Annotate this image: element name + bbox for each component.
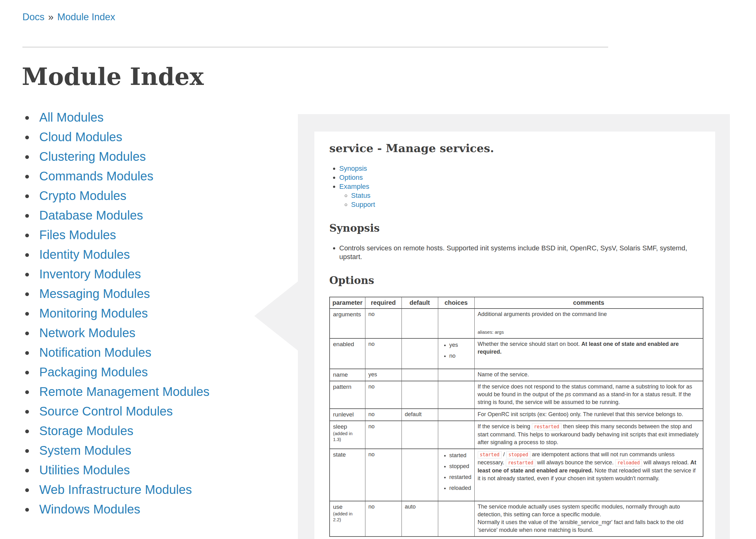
module-list-item: Network Modules	[35, 326, 210, 340]
module-link[interactable]: Crypto Modules	[39, 189, 126, 202]
column-header-required: required	[365, 297, 402, 309]
cell-comments: Whether the service should start on boot…	[474, 339, 703, 369]
module-list-item: Messaging Modules	[35, 287, 210, 300]
table-row: patternnoIf the service does not respond…	[330, 381, 703, 409]
module-link[interactable]: Identity Modules	[39, 248, 130, 261]
cell-required: no	[365, 339, 402, 369]
cell-default	[402, 339, 438, 369]
cell-parameter: arguments	[330, 309, 365, 339]
options-table-body: argumentsnoAdditional arguments provided…	[330, 309, 703, 537]
cell-default	[402, 421, 438, 449]
table-row: enablednoyesnoWhether the service should…	[330, 339, 703, 369]
toc-sublink[interactable]: Status	[351, 192, 370, 199]
module-index-page: Docs»Module Index Module Index All Modul…	[0, 0, 756, 539]
cell-choices	[438, 421, 474, 449]
module-link[interactable]: Remote Management Modules	[39, 385, 210, 398]
cell-comments: For OpenRC init scripts (ex: Gentoo) onl…	[474, 409, 703, 421]
module-link[interactable]: Cloud Modules	[39, 130, 122, 144]
module-link[interactable]: Network Modules	[39, 326, 136, 340]
module-link[interactable]: Database Modules	[39, 208, 143, 222]
module-list-item: Files Modules	[35, 228, 210, 242]
module-link[interactable]: Commands Modules	[39, 169, 153, 183]
cell-default: auto	[402, 501, 438, 537]
cell-comments: Additional arguments provided on the com…	[474, 309, 703, 339]
breadcrumb-current-link[interactable]: Module Index	[57, 12, 115, 22]
cell-choices	[438, 309, 474, 339]
module-list-item: Cloud Modules	[35, 130, 210, 144]
options-table-head: parameterrequireddefaultchoicescomments	[330, 297, 703, 309]
module-tooltip-content: service - Manage services. SynopsisOptio…	[314, 131, 715, 539]
module-list-item: Inventory Modules	[35, 268, 210, 281]
module-link[interactable]: Web Infrastructure Modules	[39, 483, 192, 497]
module-list-item: Database Modules	[35, 209, 210, 222]
column-header-default: default	[402, 297, 438, 309]
module-list-item: Monitoring Modules	[35, 307, 210, 320]
module-link[interactable]: Source Control Modules	[39, 404, 173, 418]
cell-parameter: sleep(added in 1.3)	[330, 421, 365, 449]
module-list-item: Commands Modules	[35, 170, 210, 183]
cell-required: no	[365, 309, 402, 339]
cell-parameter: enabled	[330, 339, 365, 369]
cell-default	[402, 381, 438, 409]
module-link[interactable]: Utilities Modules	[39, 463, 130, 477]
module-list-item: Crypto Modules	[35, 189, 210, 202]
toc-item: Options	[339, 173, 704, 182]
cell-parameter: pattern	[330, 381, 365, 409]
cell-required: no	[365, 501, 402, 537]
page-title: Module Index	[22, 64, 204, 90]
toc-sublink[interactable]: Support	[351, 200, 375, 208]
breadcrumb-docs-link[interactable]: Docs	[22, 12, 45, 22]
cell-parameter: name	[330, 369, 365, 381]
cell-choices: yesno	[438, 339, 474, 369]
cell-required: yes	[365, 369, 402, 381]
table-row: argumentsnoAdditional arguments provided…	[330, 309, 703, 339]
toc-subitem: Support	[351, 200, 704, 209]
module-link[interactable]: Windows Modules	[39, 502, 141, 516]
module-link[interactable]: Storage Modules	[39, 424, 133, 438]
module-link[interactable]: System Modules	[39, 443, 131, 457]
synopsis-list: Controls services on remote hosts. Suppo…	[329, 244, 704, 261]
cell-choices	[438, 409, 474, 421]
cell-parameter: runlevel	[330, 409, 365, 421]
synopsis-heading: Synopsis	[329, 222, 704, 235]
options-table: parameterrequireddefaultchoicescomments …	[329, 297, 704, 537]
module-link[interactable]: Inventory Modules	[39, 267, 141, 281]
module-link[interactable]: Notification Modules	[39, 346, 151, 359]
column-header-comments: comments	[474, 297, 703, 309]
cell-comments: started / stopped are idempotent actions…	[474, 449, 703, 501]
cell-default	[402, 369, 438, 381]
toc-item: Synopsis	[339, 164, 704, 173]
toc-link[interactable]: Synopsis	[339, 165, 367, 172]
table-row: nameyesName of the service.	[330, 369, 703, 381]
toc-link[interactable]: Options	[339, 174, 363, 181]
cell-parameter: use(added in 2.2)	[330, 501, 365, 537]
cell-required: no	[365, 421, 402, 449]
module-link[interactable]: All Modules	[39, 111, 104, 124]
breadcrumb-separator: »	[48, 12, 53, 22]
options-table-header-row: parameterrequireddefaultchoicescomments	[330, 297, 703, 309]
module-link[interactable]: Packaging Modules	[39, 365, 148, 379]
module-doc-title: service - Manage services.	[329, 141, 704, 155]
toc-link[interactable]: Examples	[339, 183, 369, 191]
horizontal-rule	[22, 47, 608, 47]
module-link[interactable]: Clustering Modules	[39, 150, 146, 163]
cell-parameter: state	[330, 449, 365, 501]
cell-comments: The service module actually uses system …	[474, 501, 703, 537]
table-row: runlevelnodefaultFor OpenRC init scripts…	[330, 409, 703, 421]
cell-comments: If the service is being restarted then s…	[474, 421, 703, 449]
synopsis-text: Controls services on remote hosts. Suppo…	[339, 244, 704, 261]
module-list-item: Storage Modules	[35, 424, 210, 438]
options-heading: Options	[329, 274, 704, 287]
cell-choices	[438, 369, 474, 381]
module-link[interactable]: Monitoring Modules	[39, 306, 148, 320]
column-header-parameter: parameter	[330, 297, 365, 309]
module-link[interactable]: Files Modules	[39, 228, 116, 242]
module-list-item: Notification Modules	[35, 346, 210, 359]
module-link[interactable]: Messaging Modules	[39, 287, 150, 300]
module-list-item: Remote Management Modules	[35, 385, 210, 398]
table-row: statenostartedstoppedrestartedreloadedst…	[330, 449, 703, 501]
module-list-item: Web Infrastructure Modules	[35, 483, 210, 497]
module-list: All ModulesCloud ModulesClustering Modul…	[25, 111, 210, 522]
toc-item: ExamplesStatusSupport	[339, 182, 704, 209]
cell-comments: Name of the service.	[474, 369, 703, 381]
